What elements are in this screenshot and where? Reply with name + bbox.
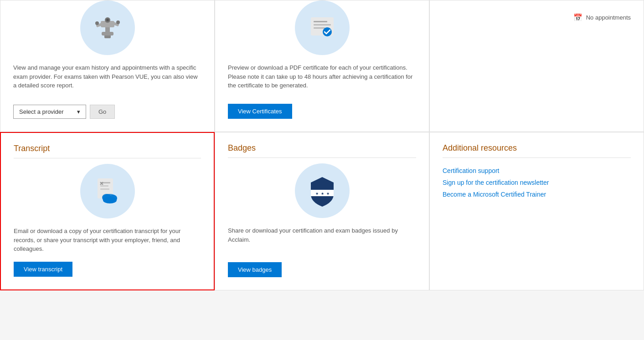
svg-text:★: ★	[326, 192, 329, 196]
appointments-card: 📅 No appointments	[429, 0, 644, 132]
svg-rect-13	[314, 27, 325, 29]
badges-card-action: View badges	[228, 262, 416, 277]
view-certificates-button[interactable]: View Certificates	[228, 104, 292, 119]
mct-link[interactable]: Become a Microsoft Certified Trainer	[443, 191, 549, 198]
transcript-card: Transcript	[0, 132, 215, 290]
svg-text:★: ★	[320, 192, 324, 196]
transcript-card-title: Transcript	[14, 144, 201, 158]
svg-rect-12	[314, 24, 331, 25]
cert-card-action: View Certificates	[228, 104, 416, 119]
cert-card-description: Preview or download a PDF certificate fo…	[228, 63, 416, 96]
exam-card-action: Select a provider ▾ Go	[13, 105, 201, 119]
transcript-icon	[89, 173, 126, 209]
exam-history-card: View and manage your exam history and ap…	[0, 0, 215, 132]
svg-point-5	[106, 19, 109, 21]
newsletter-link[interactable]: Sign up for the certification newsletter	[443, 179, 549, 186]
select-provider-dropdown[interactable]: Select a provider ▾	[13, 105, 86, 119]
svg-point-8	[95, 21, 99, 25]
transcript-icon-circle	[80, 164, 135, 218]
svg-rect-11	[314, 21, 327, 22]
view-badges-button[interactable]: View badges	[228, 262, 282, 277]
svg-rect-17	[100, 185, 108, 187]
robot-arm-icon	[92, 12, 124, 44]
svg-point-24	[103, 197, 117, 203]
select-provider-label: Select a provider	[19, 108, 64, 115]
additional-resources-links: Certification support Sign up for the ce…	[443, 167, 549, 198]
badge-icon: ★ ★ ★	[304, 173, 340, 209]
no-appointments-area: 📅 No appointments	[573, 13, 631, 22]
view-transcript-button[interactable]: View transcript	[14, 262, 72, 277]
no-appointments-label: No appointments	[586, 14, 631, 21]
additional-resources-card: Additional resources Certification suppo…	[429, 132, 644, 290]
badges-icon-area: ★ ★ ★	[228, 163, 416, 218]
exam-icon-area	[13, 0, 201, 55]
badges-card: Badges ★ ★ ★ Share or downlo	[215, 132, 429, 290]
svg-rect-18	[100, 188, 109, 190]
cert-icon-area	[228, 0, 416, 55]
badges-card-description: Share or download your certification and…	[228, 226, 416, 254]
go-button[interactable]: Go	[90, 105, 115, 119]
exam-icon-circle	[80, 0, 135, 55]
svg-point-9	[116, 20, 120, 24]
chevron-down-icon: ▾	[77, 108, 80, 115]
transcript-card-action: View transcript	[14, 262, 201, 277]
transcript-card-description: Email or download a copy of your certifi…	[14, 227, 201, 254]
badges-card-title: Badges	[228, 143, 416, 158]
transcript-icon-area	[14, 164, 201, 218]
exam-card-description: View and manage your exam history and ap…	[13, 63, 201, 96]
cert-icon-circle	[295, 0, 350, 55]
certificates-card: Preview or download a PDF certificate fo…	[215, 0, 429, 132]
additional-resources-title: Additional resources	[443, 143, 631, 158]
badges-icon-circle: ★ ★ ★	[295, 163, 350, 218]
calendar-icon: 📅	[573, 13, 582, 22]
certificate-icon	[306, 12, 338, 44]
certification-support-link[interactable]: Certification support	[443, 167, 549, 174]
svg-text:★: ★	[315, 192, 318, 196]
